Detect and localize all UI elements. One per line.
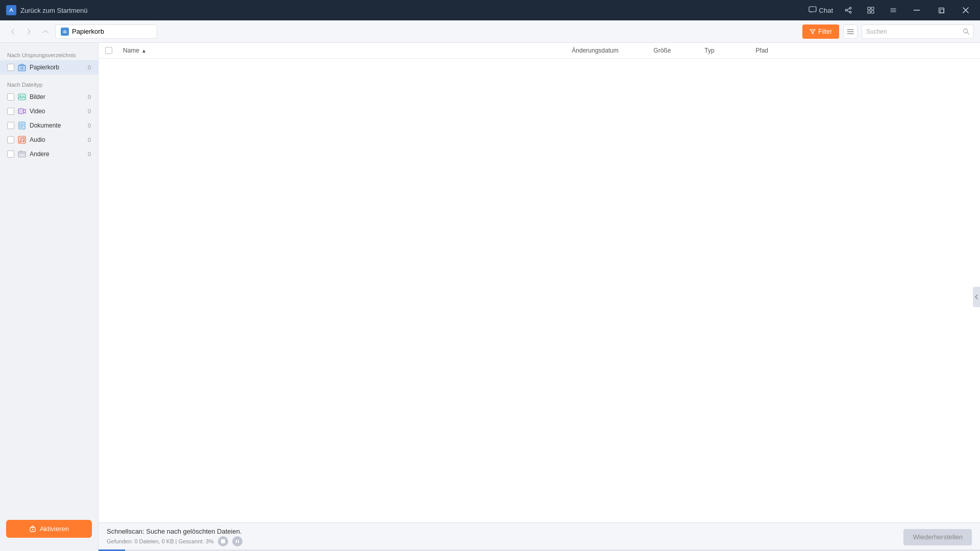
column-name[interactable]: Name ▲ bbox=[119, 47, 568, 54]
sidebar-label-papierkorb: Papierkorb bbox=[30, 64, 85, 71]
menu-button[interactable] bbox=[886, 3, 900, 17]
toolbar: Papierkorb Filter bbox=[0, 20, 980, 43]
video-icon bbox=[17, 107, 27, 116]
sidebar-count-papierkorb: 0 bbox=[88, 64, 91, 70]
svg-rect-15 bbox=[18, 65, 26, 71]
svg-rect-28 bbox=[18, 152, 26, 157]
sidebar-item-andere[interactable]: Andere 0 bbox=[0, 147, 98, 161]
sidebar: Nach Ursprungsverzeichnis Papierkorb 0 N… bbox=[0, 43, 99, 551]
svg-rect-30 bbox=[19, 151, 22, 152]
sidebar-item-papierkorb[interactable]: Papierkorb 0 bbox=[0, 60, 98, 74]
sidebar-count-bilder: 0 bbox=[88, 94, 91, 100]
restore-label: Wiederherstellen bbox=[913, 533, 963, 541]
back-button[interactable] bbox=[6, 25, 19, 38]
filter-button[interactable]: Filter bbox=[802, 24, 839, 39]
svg-rect-5 bbox=[868, 7, 870, 10]
scan-info: Schnellscan: Suche nach gelöschten Datei… bbox=[107, 528, 897, 546]
share-button[interactable] bbox=[841, 3, 855, 17]
sort-arrow-name: ▲ bbox=[141, 48, 146, 54]
sidebar-checkbox-video[interactable] bbox=[7, 108, 14, 115]
svg-rect-17 bbox=[18, 94, 26, 100]
svg-rect-33 bbox=[221, 539, 225, 543]
app-title[interactable]: Zurück zum Startmenü bbox=[20, 7, 808, 14]
column-type[interactable]: Typ bbox=[700, 47, 751, 54]
scan-details-text: Gefunden: 0 Dateien, 0 KB | Gescannt: 3% bbox=[107, 538, 214, 544]
svg-point-2 bbox=[849, 7, 851, 9]
titlebar: Zurück zum Startmenü Chat bbox=[0, 0, 980, 20]
svg-point-19 bbox=[20, 95, 21, 96]
scan-details: Gefunden: 0 Dateien, 0 KB | Gescannt: 3% bbox=[107, 536, 897, 546]
sidebar-section-filetype: Nach Dateityp bbox=[0, 79, 98, 90]
forward-button[interactable] bbox=[22, 25, 36, 38]
sidebar-count-andere: 0 bbox=[88, 151, 91, 157]
svg-point-26 bbox=[20, 141, 21, 142]
sidebar-checkbox-bilder[interactable] bbox=[7, 93, 14, 101]
sidebar-item-audio[interactable]: Audio 0 bbox=[0, 133, 98, 147]
view-menu-button[interactable] bbox=[843, 24, 857, 39]
sidebar-item-video[interactable]: Video 0 bbox=[0, 104, 98, 118]
close-button[interactable] bbox=[958, 2, 974, 18]
activate-label: Aktivieren bbox=[40, 525, 69, 533]
select-all-checkbox[interactable] bbox=[105, 47, 112, 54]
scan-stop-button[interactable] bbox=[218, 536, 228, 546]
main-area: Nach Ursprungsverzeichnis Papierkorb 0 N… bbox=[0, 43, 980, 551]
search-box[interactable] bbox=[862, 24, 974, 39]
title-actions: Chat bbox=[808, 2, 974, 18]
app-icon bbox=[6, 5, 16, 15]
svg-rect-24 bbox=[18, 136, 26, 143]
sidebar-section-origin: Nach Ursprungsverzeichnis bbox=[0, 49, 98, 60]
sidebar-item-dokumente[interactable]: Dokumente 0 bbox=[0, 118, 98, 133]
chat-button[interactable]: Chat bbox=[808, 6, 833, 14]
scan-title: Schnellscan: Suche nach gelöschten Datei… bbox=[107, 528, 897, 535]
svg-rect-6 bbox=[871, 7, 874, 10]
column-size[interactable]: Größe bbox=[649, 47, 700, 54]
sidebar-count-video: 0 bbox=[88, 108, 91, 114]
svg-rect-8 bbox=[871, 11, 874, 13]
svg-rect-20 bbox=[18, 109, 23, 114]
content-area: Name ▲ Änderungsdatum Größe Typ Pfad bbox=[99, 43, 980, 551]
activate-button[interactable]: Aktivieren bbox=[6, 520, 92, 538]
svg-rect-34 bbox=[236, 540, 237, 543]
sidebar-item-bilder[interactable]: Bilder 0 bbox=[0, 90, 98, 104]
bottombar: Schnellscan: Suche nach gelöschten Datei… bbox=[99, 522, 980, 551]
maximize-button[interactable] bbox=[933, 2, 949, 18]
column-path[interactable]: Pfad bbox=[751, 47, 980, 54]
svg-rect-1 bbox=[809, 7, 816, 12]
breadcrumb-icon bbox=[61, 28, 69, 36]
sidebar-checkbox-andere[interactable] bbox=[7, 151, 14, 158]
toolbar-right: Filter bbox=[802, 24, 974, 39]
search-input[interactable] bbox=[866, 28, 960, 35]
svg-rect-11 bbox=[940, 9, 944, 13]
sidebar-checkbox-audio[interactable] bbox=[7, 136, 14, 143]
sidebar-count-dokumente: 0 bbox=[88, 122, 91, 129]
filter-label: Filter bbox=[818, 28, 832, 35]
breadcrumb[interactable]: Papierkorb bbox=[55, 24, 157, 39]
audio-icon bbox=[17, 135, 27, 144]
svg-point-4 bbox=[849, 11, 851, 13]
sidebar-checkbox-papierkorb[interactable] bbox=[7, 64, 14, 71]
sidebar-label-video: Video bbox=[30, 108, 85, 115]
table-header: Name ▲ Änderungsdatum Größe Typ Pfad bbox=[99, 43, 980, 59]
svg-point-27 bbox=[23, 140, 24, 142]
sidebar-checkbox-dokumente[interactable] bbox=[7, 122, 14, 129]
docs-icon bbox=[17, 121, 27, 130]
minimize-button[interactable] bbox=[909, 2, 925, 18]
svg-point-14 bbox=[964, 29, 968, 33]
svg-rect-13 bbox=[63, 32, 66, 33]
breadcrumb-label: Papierkorb bbox=[72, 28, 104, 35]
column-date[interactable]: Änderungsdatum bbox=[568, 47, 649, 54]
up-button[interactable] bbox=[39, 25, 52, 38]
sidebar-label-andere: Andere bbox=[30, 151, 85, 158]
scan-pause-button[interactable] bbox=[232, 536, 242, 546]
sidebar-label-dokumente: Dokumente bbox=[30, 122, 85, 129]
recycle-bin-icon bbox=[17, 63, 27, 72]
content-empty-area bbox=[99, 59, 980, 522]
svg-rect-7 bbox=[868, 11, 870, 13]
sidebar-count-audio: 0 bbox=[88, 137, 91, 143]
images-icon bbox=[17, 92, 27, 102]
header-checkbox-col[interactable] bbox=[99, 47, 119, 54]
layout-button[interactable] bbox=[864, 3, 878, 17]
svg-point-3 bbox=[845, 9, 847, 11]
restore-button[interactable]: Wiederherstellen bbox=[903, 529, 972, 545]
right-panel-toggle[interactable] bbox=[973, 287, 980, 307]
